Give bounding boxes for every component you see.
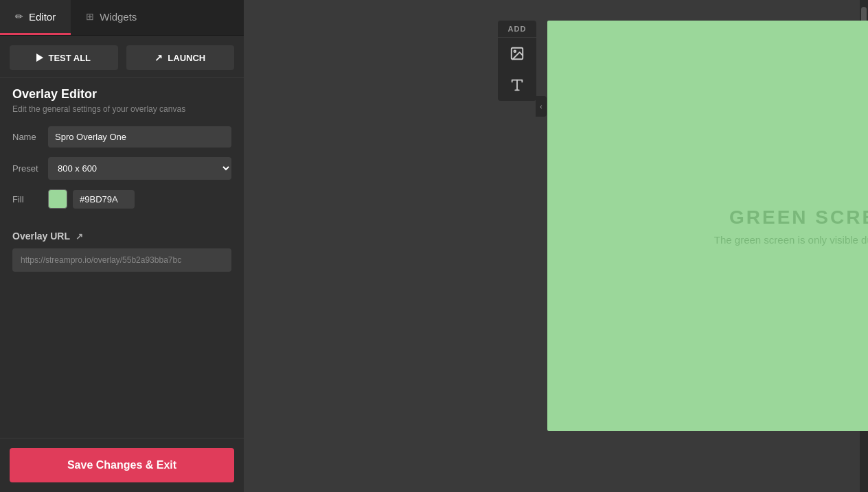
fill-row: Fill (12, 189, 231, 209)
svg-point-1 (514, 50, 516, 52)
green-screen-desc: The green screen is only visible during … (714, 234, 868, 246)
fill-label: Fill (12, 194, 48, 204)
test-all-label: TEST ALL (48, 53, 91, 63)
fill-color-row (48, 189, 135, 209)
action-buttons: TEST ALL ↗ LAUNCH (0, 36, 244, 77)
tab-widgets[interactable]: ⊞ Widgets (71, 0, 152, 35)
image-icon (510, 46, 525, 61)
name-input[interactable] (48, 126, 231, 148)
text-icon (510, 78, 525, 93)
sidebar: ✏ Editor ⊞ Widgets TEST ALL ↗ LAUNCH Ove… (0, 0, 244, 492)
add-panel-label: ADD (498, 21, 536, 38)
sidebar-spacer (0, 279, 244, 438)
tab-bar: ✏ Editor ⊞ Widgets (0, 0, 244, 36)
external-url-icon: ↗ (76, 231, 83, 242)
widgets-icon: ⊞ (86, 11, 94, 22)
add-text-button[interactable] (498, 69, 536, 101)
add-image-button[interactable] (498, 38, 536, 69)
tab-editor-label: Editor (29, 11, 56, 23)
overlay-url-title: Overlay URL (12, 231, 70, 242)
launch-button[interactable]: ↗ LAUNCH (126, 45, 235, 70)
overlay-editor-desc: Edit the general settings of your overla… (12, 104, 231, 114)
launch-label: LAUNCH (168, 53, 205, 63)
color-swatch[interactable] (48, 189, 67, 209)
name-label: Name (12, 132, 48, 142)
overlay-editor-section: Overlay Editor Edit the general settings… (0, 77, 244, 225)
tab-widgets-label: Widgets (100, 11, 137, 23)
save-changes-button[interactable]: Save Changes & Exit (10, 448, 234, 482)
test-all-button[interactable]: TEST ALL (10, 45, 118, 70)
external-link-icon: ↗ (155, 52, 163, 63)
preset-label: Preset (12, 163, 48, 174)
overlay-editor-title: Overlay Editor (12, 87, 231, 102)
preset-select[interactable]: 800 x 600 1280 x 720 1920 x 1080 Custom (48, 157, 231, 180)
canvas-area: ADD ‹ GREEN SCREEN The green screen is o… (244, 0, 860, 492)
tab-editor[interactable]: ✏ Editor (0, 0, 71, 35)
color-hex-input[interactable] (73, 190, 135, 209)
panel-collapse-handle[interactable]: ‹ (536, 96, 547, 117)
name-row: Name (12, 126, 231, 148)
overlay-url-header: Overlay URL ↗ (12, 231, 231, 242)
green-canvas: GREEN SCREEN The green screen is only vi… (547, 21, 868, 431)
play-icon (36, 54, 43, 62)
add-panel: ADD (498, 21, 536, 101)
save-btn-container: Save Changes & Exit (0, 438, 244, 492)
editor-icon: ✏ (15, 11, 23, 22)
green-screen-label: GREEN SCREEN (729, 207, 868, 229)
preset-row: Preset 800 x 600 1280 x 720 1920 x 1080 … (12, 157, 231, 180)
overlay-url-section: Overlay URL ↗ (0, 225, 244, 279)
url-input[interactable] (12, 248, 231, 272)
